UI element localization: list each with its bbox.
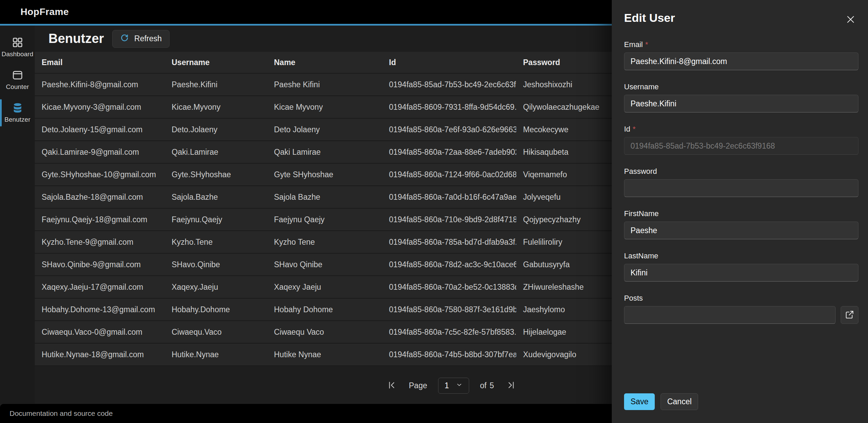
cell-username: Xaqexy.Jaeju <box>165 276 267 298</box>
sidebar-item-label: Dashboard <box>2 50 33 58</box>
cell-name: Faejynu Qaejy <box>267 208 382 231</box>
cell-name: Xaqexy Jaeju <box>267 276 382 298</box>
field-password: Password <box>624 167 858 197</box>
cell-name: Sajola Bazhe <box>267 186 382 208</box>
cell-name: Kicae Myvony <box>267 96 382 118</box>
refresh-button[interactable]: Refresh <box>112 30 170 48</box>
email-input[interactable] <box>624 52 858 70</box>
password-label: Password <box>624 167 858 176</box>
lastname-label: LastName <box>624 252 858 260</box>
cell-name: Hobahy Dohome <box>267 298 382 321</box>
firstname-label: FirstName <box>624 209 858 218</box>
posts-input[interactable] <box>624 306 836 324</box>
app-window: HopFrame Dashboard Counter <box>0 0 868 423</box>
required-asterisk: * <box>645 40 648 49</box>
page-number-select[interactable]: 1 <box>438 378 469 394</box>
of-label: of <box>480 381 487 390</box>
cell-email: Hutike.Nynae-18@gmail.com <box>35 343 165 366</box>
username-label: Username <box>624 82 858 91</box>
cell-name: Paeshe Kifini <box>267 73 382 96</box>
sidebar: Dashboard Counter Benutzer <box>0 26 35 404</box>
cell-id: 0194fa85-860a-74b5-b8bd-307bf7ea... <box>382 343 516 366</box>
cell-email: Qaki.Lamirae-9@gmail.com <box>35 141 165 163</box>
refresh-icon <box>120 33 129 44</box>
external-link-icon <box>845 310 854 320</box>
cell-name: Deto Jolaeny <box>267 118 382 141</box>
cell-name: Qaki Lamirae <box>267 141 382 163</box>
cell-id: 0194fa85-860a-7124-9f66-0ac02d68... <box>382 163 516 186</box>
cell-email: Ciwaequ.Vaco-0@gmail.com <box>35 321 165 343</box>
email-label: Email* <box>624 40 858 49</box>
cell-username: Ciwaequ.Vaco <box>165 321 267 343</box>
last-page-button[interactable] <box>505 379 517 392</box>
field-email: Email* <box>624 40 858 70</box>
save-button[interactable]: Save <box>624 393 655 410</box>
cell-username: Hobahy.Dohome <box>165 298 267 321</box>
column-header-id: Id <box>382 52 516 73</box>
cell-id: 0194fa85-860a-72aa-88e6-7adeb902... <box>382 141 516 163</box>
docs-link[interactable]: Documentation and source code <box>10 409 113 418</box>
column-header-email: Email <box>35 52 165 73</box>
chevron-down-icon <box>456 381 463 390</box>
close-button[interactable] <box>843 12 858 27</box>
cell-username: Gyte.SHyhoshae <box>165 163 267 186</box>
username-input[interactable] <box>624 95 858 112</box>
cell-email: Kicae.Myvony-3@gmail.com <box>35 96 165 118</box>
cell-username: Deto.Jolaeny <box>165 118 267 141</box>
cell-username: Sajola.Bazhe <box>165 186 267 208</box>
cell-id: 0194fa85-860a-70a2-be52-0c13883d... <box>382 276 516 298</box>
field-posts: Posts <box>624 294 858 324</box>
cell-username: Paeshe.Kifini <box>165 73 267 96</box>
cell-email: Gyte.SHyhoshae-10@gmail.com <box>35 163 165 186</box>
field-firstname: FirstName <box>624 209 858 239</box>
first-page-button[interactable] <box>386 379 398 392</box>
cell-name: Gyte SHyhoshae <box>267 163 382 186</box>
column-header-name: Name <box>267 52 382 73</box>
drawer-actions: Save Cancel <box>624 393 698 410</box>
column-header-username: Username <box>165 52 267 73</box>
refresh-label: Refresh <box>134 34 162 43</box>
cell-id: 0194fa85-860a-7a0d-b16f-6c47a9ae... <box>382 186 516 208</box>
lastname-input[interactable] <box>624 264 858 282</box>
grid-icon <box>12 37 23 48</box>
open-posts-button[interactable] <box>841 306 858 324</box>
close-icon <box>845 14 856 25</box>
cell-name: Kyzho Tene <box>267 231 382 253</box>
drawer-title: Edit User <box>624 10 675 25</box>
cell-email: Xaqexy.Jaeju-17@gmail.com <box>35 276 165 298</box>
total-pages: 5 <box>490 381 494 390</box>
field-lastname: LastName <box>624 252 858 282</box>
posts-label: Posts <box>624 294 858 303</box>
window-icon <box>12 70 23 81</box>
cell-id: 0194fa85-860a-7c5c-82fe-57bf8583... <box>382 321 516 343</box>
edit-user-drawer: Edit User Email* Username Id* Password <box>612 0 868 423</box>
sidebar-item-benutzer[interactable]: Benutzer <box>0 96 35 129</box>
cell-email: Faejynu.Qaejy-18@gmail.com <box>35 208 165 231</box>
cancel-button[interactable]: Cancel <box>661 393 698 410</box>
cell-id: 0194fa85-860a-78d2-ac3c-9c10ace6... <box>382 253 516 276</box>
cell-email: Deto.Jolaeny-15@gmail.com <box>35 118 165 141</box>
cell-email: Sajola.Bazhe-18@gmail.com <box>35 186 165 208</box>
drawer-header: Edit User <box>624 10 858 27</box>
field-username: Username <box>624 82 858 112</box>
cell-email: Paeshe.Kifini-8@gmail.com <box>35 73 165 96</box>
sidebar-item-dashboard[interactable]: Dashboard <box>0 31 35 64</box>
password-input[interactable] <box>624 179 858 197</box>
id-input <box>624 137 858 155</box>
cell-id: 0194fa85-860a-710e-9bd9-2d8f4718... <box>382 208 516 231</box>
cell-id: 0194fa85-860a-7580-887f-3e161d9b... <box>382 298 516 321</box>
field-id: Id* <box>624 125 858 155</box>
page-title: Benutzer <box>48 31 104 46</box>
firstname-input[interactable] <box>624 222 858 239</box>
last-page-icon <box>506 380 516 391</box>
cell-username: Hutike.Nynae <box>165 343 267 366</box>
sidebar-item-label: Benutzer <box>4 116 30 123</box>
sidebar-item-counter[interactable]: Counter <box>0 64 35 96</box>
cell-username: Faejynu.Qaejy <box>165 208 267 231</box>
cell-name: Hutike Nynae <box>267 343 382 366</box>
cell-id: 0194fa85-860a-785a-bd7d-dfab9a3f... <box>382 231 516 253</box>
sidebar-item-label: Counter <box>6 83 29 91</box>
first-page-icon <box>387 380 396 391</box>
database-icon <box>12 102 23 114</box>
id-label: Id* <box>624 125 858 134</box>
